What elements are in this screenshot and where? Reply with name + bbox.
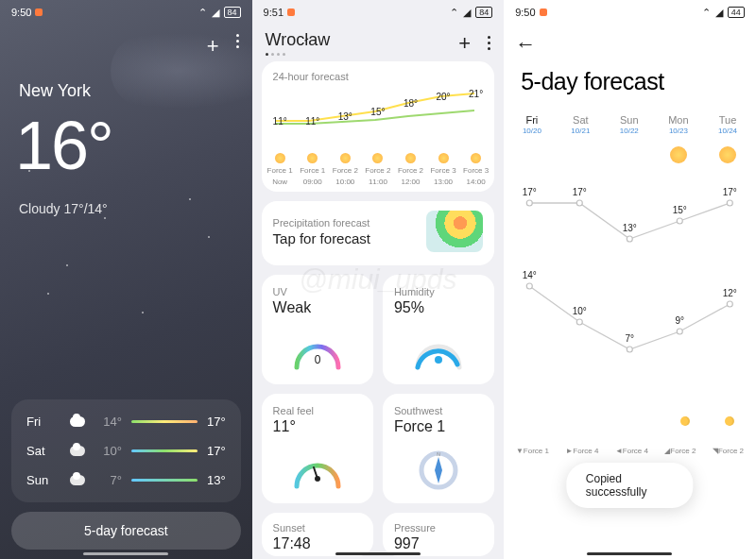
- day-icons-row: [504, 139, 756, 171]
- partly-cloudy-icon: [621, 146, 638, 163]
- day-row: Sat 10° 17°: [25, 436, 228, 466]
- five-day-screen: 9:50 ⌃◢44 ← 5-day forecast Fri10/20 Sat1…: [504, 0, 756, 559]
- rain-icon: [70, 475, 85, 485]
- menu-button[interactable]: [488, 36, 490, 50]
- svg-point-13: [576, 319, 582, 325]
- city-label: Wrocław: [266, 30, 331, 50]
- sun-icon: [719, 146, 736, 163]
- back-button[interactable]: ←: [504, 25, 756, 64]
- wifi-icon: ⌃: [198, 7, 207, 19]
- five-day-button[interactable]: 5-day forecast: [11, 512, 241, 550]
- compass-icon: N: [415, 447, 462, 494]
- current-temp: 16°: [0, 101, 252, 190]
- cloud-decoration: [111, 33, 252, 109]
- svg-point-11: [727, 200, 732, 206]
- sunset-card[interactable]: Sunset 17:48: [262, 513, 373, 556]
- hourly-forecast-card[interactable]: 24-hour forecast 11°Force 1Now11°Force 1…: [262, 61, 495, 192]
- notif-icon: [35, 8, 43, 16]
- rain-icon: [70, 446, 85, 456]
- svg-point-15: [677, 329, 682, 334]
- radar-thumbnail: [426, 211, 483, 252]
- humidity-gauge-icon: [412, 335, 465, 373]
- rain-icon: [573, 146, 590, 163]
- page-title: 5-day forecast: [504, 64, 756, 114]
- precipitation-card[interactable]: Precipitation forecast Tap for forecast: [262, 201, 495, 265]
- toast: Copied successfully: [567, 463, 693, 508]
- moon-icon: [680, 416, 690, 426]
- partly-cloudy-night-icon: [628, 416, 645, 433]
- svg-point-12: [526, 283, 532, 289]
- svg-point-14: [627, 347, 632, 352]
- svg-point-3: [315, 476, 320, 482]
- signal-icon: ◢: [212, 7, 219, 19]
- uv-card[interactable]: UV Weak 0: [262, 275, 373, 384]
- cloud-icon: [524, 146, 541, 163]
- sun-icon: [670, 146, 687, 163]
- svg-point-16: [727, 301, 732, 307]
- wind-card[interactable]: Southwest Force 1 N: [383, 394, 494, 503]
- status-bar: 9:50 ⌃◢44: [504, 0, 756, 25]
- moon-icon: [725, 416, 734, 426]
- svg-point-1: [435, 356, 442, 364]
- night-icons-row: [504, 409, 756, 441]
- partly-cloudy-icon: [70, 416, 85, 427]
- svg-point-7: [526, 200, 532, 206]
- daily-summary-card[interactable]: Fri 14° 17° Sat 10° 17° Sun 7° 13°: [11, 399, 241, 502]
- svg-text:N: N: [437, 451, 440, 457]
- notif-icon: [540, 8, 547, 16]
- weather-detail-screen: 9:51 ⌃◢84 Wrocław + 24-hour forecast 11°…: [252, 0, 505, 559]
- svg-marker-5: [435, 457, 442, 483]
- day-row: Sun 7° 13°: [25, 466, 228, 495]
- add-city-button[interactable]: +: [458, 31, 471, 56]
- partly-cloudy-night-icon: [577, 416, 594, 433]
- status-bar: 9:50 ⌃◢84: [0, 0, 252, 25]
- status-bar: 9:51 ⌃◢84: [252, 0, 505, 25]
- day-headers: Fri10/20 Sat10/21 Sun10/22 Mon10/23 Tue1…: [504, 114, 756, 139]
- svg-point-8: [576, 200, 582, 206]
- day-row: Fri 14° 17°: [25, 407, 228, 436]
- rain-icon: [525, 416, 542, 433]
- notif-icon: [287, 8, 295, 16]
- wind-row: ▼Force 1►Force 4◄Force 4◢Force 2◥Force 2: [504, 441, 756, 461]
- home-indicator[interactable]: [587, 552, 672, 555]
- condition-label: Cloudy 17°/14°: [0, 190, 252, 228]
- temp-chart: 17° 17° 13° 15° 17° 14° 10° 7° 9° 12°: [504, 177, 756, 403]
- home-indicator[interactable]: [335, 552, 421, 555]
- svg-point-9: [627, 236, 632, 242]
- pressure-card[interactable]: Pressure 997: [383, 513, 494, 556]
- home-indicator[interactable]: [83, 552, 168, 555]
- realfeel-gauge-icon: [291, 454, 344, 492]
- humidity-card[interactable]: Humidity 95%: [383, 275, 494, 384]
- weather-home-screen: 9:50 ⌃◢84 + New York 16° Cloudy 17°/14° …: [0, 0, 252, 559]
- svg-text:0: 0: [314, 353, 320, 366]
- uv-gauge-icon: 0: [291, 335, 344, 373]
- realfeel-card[interactable]: Real feel 11°: [262, 394, 373, 503]
- svg-point-10: [677, 218, 682, 224]
- page-dots: [266, 53, 331, 56]
